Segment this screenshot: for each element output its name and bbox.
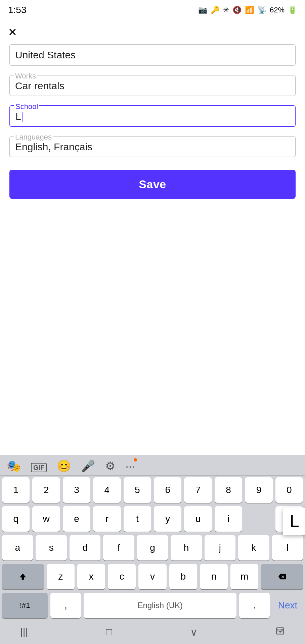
key-8[interactable]: 8 [215,477,242,503]
notification-dot [134,458,137,462]
key-j[interactable]: j [205,535,235,560]
key-6[interactable]: 6 [154,477,181,503]
key-z[interactable]: z [47,564,75,589]
languages-field-container[interactable]: Languages English, Français [9,136,296,157]
lives-value: United States [15,49,76,60]
lives-field-container: United States [9,44,296,66]
languages-value: English, Français [15,140,290,153]
more-icon[interactable]: ··· [125,460,135,473]
key-i[interactable]: i [215,506,242,532]
status-icons: 📷 🔑 ✳ 🔇 📶 📡 62% 🔋 [198,6,297,14]
status-bar: 1:53 📷 🔑 ✳ 🔇 📶 📡 62% 🔋 [0,0,305,20]
nav-bar: ||| □ ∨ [0,620,305,644]
works-value: Car rentals [15,79,290,92]
key-1[interactable]: 1 [2,477,30,503]
keyboard-row-asdf: a s d f g h j k l L [0,533,305,562]
key-x[interactable]: x [77,564,105,589]
form-area: United States Works Car rentals School L… [0,41,305,206]
keyboard-toolbar-icons: 🎭 GIF 😊 🎤 ⚙ ··· [7,459,135,473]
key-k[interactable]: k [238,535,269,560]
key-r[interactable]: r [93,506,121,532]
key-2[interactable]: 2 [32,477,60,503]
camera-icon: 📷 [198,6,207,14]
school-field-container[interactable]: School L [9,105,296,127]
key-v[interactable]: v [138,564,166,589]
gif-label: GIF [31,463,47,472]
back-nav-icon[interactable]: ||| [20,626,28,638]
bluetooth-icon: ✳ [223,6,229,14]
space-label: English (UK) [137,601,183,610]
keyboard-hide-icon[interactable] [275,626,285,638]
key-c[interactable]: c [108,564,136,589]
key-f[interactable]: f [103,535,134,560]
key-e[interactable]: e [63,506,90,532]
key-t[interactable]: t [124,506,151,532]
gif-button[interactable]: GIF [31,460,47,473]
status-time: 1:53 [8,5,27,15]
shift-key[interactable] [2,564,44,589]
key-9[interactable]: 9 [245,477,272,503]
period-key[interactable]: . [239,593,270,618]
key-d[interactable]: d [70,535,100,560]
battery-level: 62% [270,6,285,14]
backspace-key[interactable] [261,564,303,589]
key-s[interactable]: s [36,535,67,560]
key-y[interactable]: y [154,506,181,532]
key-w[interactable]: w [32,506,60,532]
key-l-popup: L [283,507,305,535]
battery-icon: 🔋 [288,6,297,14]
symbols-key[interactable]: !#1 [2,593,48,618]
keyboard-bottom-row: !#1 , English (UK) . Next [0,591,305,620]
key-b[interactable]: b [169,564,197,589]
key-7[interactable]: 7 [184,477,212,503]
next-label: Next [278,600,298,611]
key-m[interactable]: m [230,564,258,589]
close-button[interactable]: ✕ [8,27,17,38]
key-h[interactable]: h [171,535,202,560]
settings-icon[interactable]: ⚙ [105,459,115,473]
school-label: School [14,102,39,111]
signal-icon: 📡 [257,6,266,14]
mute-icon: 🔇 [232,6,242,14]
keyboard-toolbar: 🎭 GIF 😊 🎤 ⚙ ··· [0,455,305,476]
home-nav-icon[interactable]: □ [106,626,112,638]
works-label: Works [14,72,37,80]
keyboard-row-qwerty: q w e r t y u i o p [0,504,305,533]
emoji-icon[interactable]: 😊 [57,459,71,473]
lives-field[interactable]: United States [9,44,296,66]
key-g[interactable]: g [137,535,168,560]
key-5[interactable]: 5 [124,477,151,503]
symbols-label: !#1 [20,601,30,610]
recents-nav-icon[interactable]: ∨ [190,626,198,638]
keyboard-row-zxcv: z x c v b n m [0,562,305,591]
key-u[interactable]: u [184,506,212,532]
works-field-container[interactable]: Works Car rentals [9,75,296,96]
key-a[interactable]: a [2,535,33,560]
comma-key[interactable]: , [50,593,81,618]
key-0[interactable]: 0 [275,477,303,503]
key-4[interactable]: 4 [93,477,121,503]
key-n[interactable]: n [200,564,228,589]
space-key[interactable]: English (UK) [84,593,236,618]
key-3[interactable]: 3 [63,477,90,503]
key-q[interactable]: q [2,506,30,532]
mic-icon[interactable]: 🎤 [81,459,95,473]
languages-label: Languages [14,133,53,142]
key-l[interactable]: l L [272,535,303,560]
sticker-icon[interactable]: 🎭 [7,459,21,473]
next-key[interactable]: Next [272,593,303,618]
key-icon: 🔑 [211,6,220,14]
school-value: L [15,109,290,122]
save-button[interactable]: Save [9,170,296,199]
wifi-icon: 📶 [245,6,254,14]
keyboard-numbers-row: 1 2 3 4 5 6 7 8 9 0 [0,476,305,504]
keyboard: 🎭 GIF 😊 🎤 ⚙ ··· 1 2 3 4 5 6 7 8 9 0 q w … [0,455,305,644]
close-area: ✕ [0,20,305,41]
